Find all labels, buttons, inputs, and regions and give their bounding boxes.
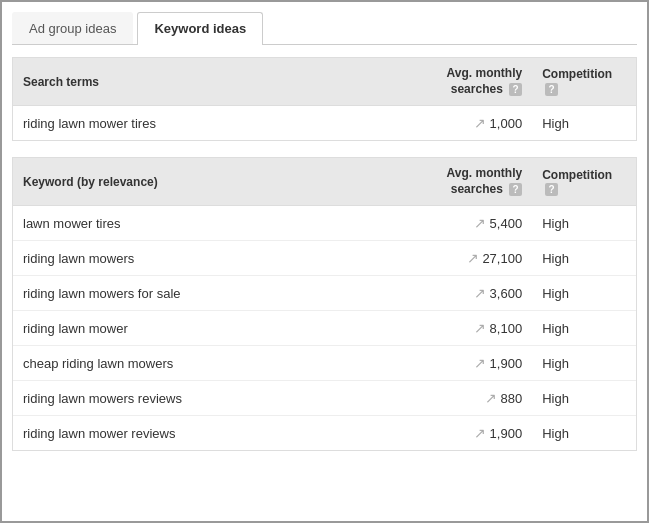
trend-chart-icon-3[interactable]: ↗ bbox=[474, 320, 486, 336]
keyword-cell: lawn mower tires bbox=[13, 206, 394, 241]
table-row: riding lawn mowers reviews ↗ 880 High bbox=[13, 381, 636, 416]
searches-cell: ↗ 8,100 bbox=[394, 311, 532, 346]
trend-chart-icon-6[interactable]: ↗ bbox=[474, 425, 486, 441]
table-row: cheap riding lawn mowers ↗ 1,900 High bbox=[13, 346, 636, 381]
trend-chart-icon-5[interactable]: ↗ bbox=[485, 390, 497, 406]
keyword-cell: riding lawn mower tires bbox=[13, 106, 394, 141]
main-frame: Ad group ideas Keyword ideas Search term… bbox=[0, 0, 649, 523]
competition-cell: High bbox=[532, 241, 636, 276]
competition-cell: High bbox=[532, 381, 636, 416]
content-area: Search terms Avg. monthly searches ? Com… bbox=[12, 57, 637, 451]
relevance-keyword-header: Keyword (by relevance) bbox=[13, 158, 394, 206]
search-terms-keyword-header: Search terms bbox=[13, 58, 394, 106]
searches-help-icon[interactable]: ? bbox=[509, 83, 522, 96]
searches-cell: ↗ 3,600 bbox=[394, 276, 532, 311]
keyword-cell: riding lawn mower bbox=[13, 311, 394, 346]
search-terms-searches-header: Avg. monthly searches ? bbox=[394, 58, 532, 106]
table-row: riding lawn mower ↗ 8,100 High bbox=[13, 311, 636, 346]
keyword-cell: riding lawn mowers reviews bbox=[13, 381, 394, 416]
searches-cell: ↗ 1,900 bbox=[394, 346, 532, 381]
keyword-relevance-section: Keyword (by relevance) Avg. monthly sear… bbox=[12, 157, 637, 451]
relevance-searches-help-icon[interactable]: ? bbox=[509, 183, 522, 196]
competition-cell: High bbox=[532, 276, 636, 311]
keyword-cell: cheap riding lawn mowers bbox=[13, 346, 394, 381]
tab-bar: Ad group ideas Keyword ideas bbox=[12, 12, 637, 45]
tab-keyword-ideas[interactable]: Keyword ideas bbox=[137, 12, 263, 45]
keyword-relevance-table: Keyword (by relevance) Avg. monthly sear… bbox=[13, 158, 636, 450]
keyword-cell: riding lawn mowers bbox=[13, 241, 394, 276]
competition-cell: High bbox=[532, 106, 636, 141]
searches-cell: ↗ 880 bbox=[394, 381, 532, 416]
search-terms-section: Search terms Avg. monthly searches ? Com… bbox=[12, 57, 637, 141]
competition-cell: High bbox=[532, 206, 636, 241]
trend-chart-icon-4[interactable]: ↗ bbox=[474, 355, 486, 371]
searches-cell: ↗ 1,900 bbox=[394, 416, 532, 451]
keyword-cell: riding lawn mowers for sale bbox=[13, 276, 394, 311]
searches-cell: ↗ 5,400 bbox=[394, 206, 532, 241]
search-terms-competition-header: Competition ? bbox=[532, 58, 636, 106]
table-row: lawn mower tires ↗ 5,400 High bbox=[13, 206, 636, 241]
searches-cell: ↗ 1,000 bbox=[394, 106, 532, 141]
relevance-competition-header: Competition ? bbox=[532, 158, 636, 206]
tab-ad-group[interactable]: Ad group ideas bbox=[12, 12, 133, 44]
table-row: riding lawn mower reviews ↗ 1,900 High bbox=[13, 416, 636, 451]
competition-cell: High bbox=[532, 311, 636, 346]
trend-chart-icon-2[interactable]: ↗ bbox=[474, 285, 486, 301]
competition-cell: High bbox=[532, 416, 636, 451]
table-row: riding lawn mowers ↗ 27,100 High bbox=[13, 241, 636, 276]
table-row: riding lawn mower tires ↗ 1,000 High bbox=[13, 106, 636, 141]
competition-help-icon[interactable]: ? bbox=[545, 83, 558, 96]
table-row: riding lawn mowers for sale ↗ 3,600 High bbox=[13, 276, 636, 311]
relevance-searches-header: Avg. monthly searches ? bbox=[394, 158, 532, 206]
search-terms-table: Search terms Avg. monthly searches ? Com… bbox=[13, 58, 636, 140]
relevance-competition-help-icon[interactable]: ? bbox=[545, 183, 558, 196]
trend-chart-icon-1[interactable]: ↗ bbox=[467, 250, 479, 266]
trend-chart-icon-0[interactable]: ↗ bbox=[474, 215, 486, 231]
searches-cell: ↗ 27,100 bbox=[394, 241, 532, 276]
competition-cell: High bbox=[532, 346, 636, 381]
trend-chart-icon[interactable]: ↗ bbox=[474, 115, 486, 131]
keyword-cell: riding lawn mower reviews bbox=[13, 416, 394, 451]
